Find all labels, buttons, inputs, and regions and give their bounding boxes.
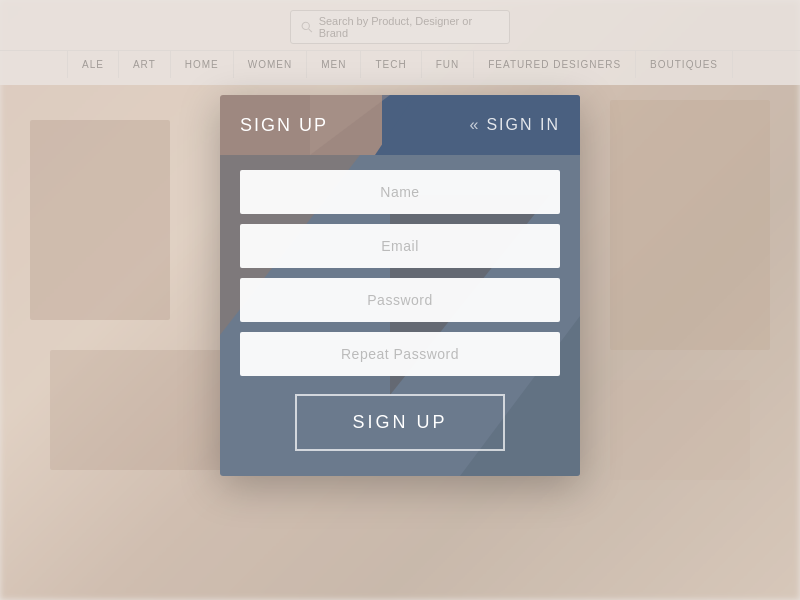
signup-modal: SIGN UP « SIGN IN SIGN UP [220,95,580,476]
modal-header: SIGN UP « SIGN IN [220,95,580,155]
tab-signin-label: SIGN IN [486,116,560,134]
email-input[interactable] [240,224,560,268]
tab-signup[interactable]: SIGN UP [240,115,470,136]
repeat-password-input[interactable] [240,332,560,376]
email-field [240,224,560,268]
chevron-left-icon: « [470,116,481,134]
name-field [240,170,560,214]
modal-body: SIGN UP [220,155,580,476]
repeat-password-field [240,332,560,376]
signup-button[interactable]: SIGN UP [295,394,505,451]
tab-signin[interactable]: « SIGN IN [470,116,560,134]
password-input[interactable] [240,278,560,322]
name-input[interactable] [240,170,560,214]
modal-header-content: SIGN UP « SIGN IN [220,95,580,155]
password-field [240,278,560,322]
